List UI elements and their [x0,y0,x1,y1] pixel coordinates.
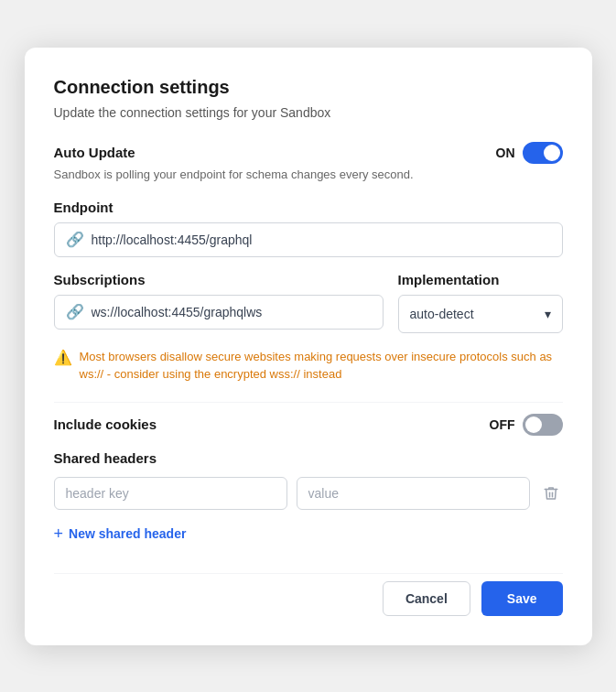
endpoint-input-wrapper: 🔗 [54,222,563,257]
modal-title: Connection settings [54,77,563,98]
auto-update-toggle-label: ON [496,146,515,160]
endpoint-input[interactable] [92,223,551,256]
auto-update-toggle-group: ON [496,142,563,164]
subscriptions-input[interactable] [92,296,372,329]
add-shared-header-button[interactable]: + New shared header [54,521,187,547]
chevron-down-icon: ▾ [545,307,551,321]
cancel-button[interactable]: Cancel [383,581,470,616]
warning-icon: ⚠️ [54,349,72,366]
auto-update-toggle[interactable] [523,142,563,164]
endpoint-label: Endpoint [54,200,563,215]
shared-headers-label: Shared headers [54,450,563,466]
trash-icon [543,485,559,502]
subscriptions-label: Subscriptions [54,272,384,287]
include-cookies-label: Include cookies [54,416,157,432]
plus-icon: + [54,524,64,544]
include-cookies-row: Include cookies OFF [54,402,563,447]
implementation-label: Implementation [398,272,563,287]
auto-update-label: Auto Update [54,145,135,160]
shared-header-row [54,477,563,510]
include-cookies-toggle-group: OFF [490,414,563,436]
header-key-input[interactable] [54,477,287,510]
warning-box: ⚠️ Most browsers disallow secure website… [54,348,563,384]
save-button[interactable]: Save [481,581,563,616]
include-cookies-toggle[interactable] [523,414,563,436]
subscriptions-row: Subscriptions 🔗 Implementation auto-dete… [54,272,563,344]
modal-subtitle: Update the connection settings for your … [54,105,563,120]
add-header-label: New shared header [69,526,186,541]
implementation-select[interactable]: auto-detect ▾ [398,295,563,333]
implementation-value: auto-detect [410,307,474,321]
link-icon: 🔗 [66,231,84,248]
header-value-input[interactable] [297,477,530,510]
delete-header-button[interactable] [539,481,563,505]
auto-update-row: Auto Update ON [54,142,563,164]
connection-settings-modal: Connection settings Update the connectio… [25,48,592,645]
subscriptions-col: Subscriptions 🔗 [54,272,384,344]
link-icon-sub: 🔗 [66,303,84,320]
include-cookies-toggle-label: OFF [490,417,515,432]
auto-update-helper: Sandbox is polling your endpoint for sch… [54,168,563,181]
warning-text: Most browsers disallow secure websites m… [80,348,563,384]
footer-buttons: Cancel Save [54,573,563,616]
subscriptions-input-wrapper: 🔗 [54,295,384,330]
implementation-col: Implementation auto-detect ▾ [398,272,563,344]
